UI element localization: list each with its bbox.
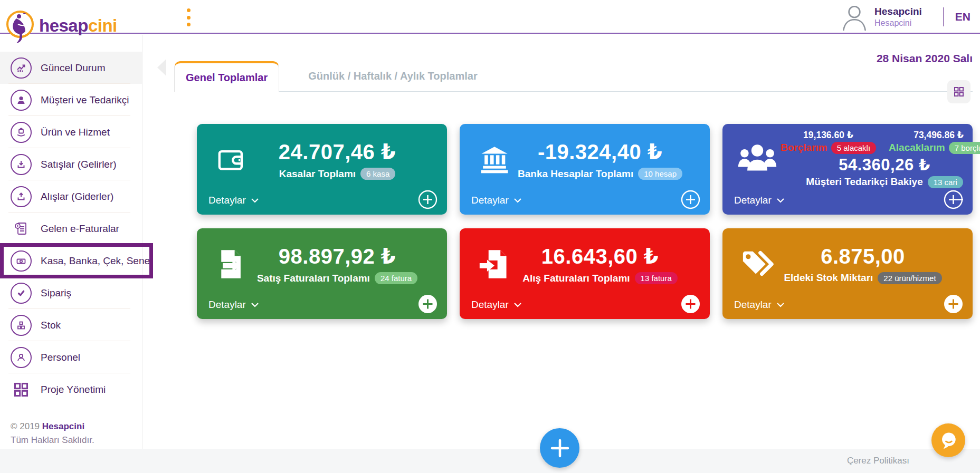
sidebar-item-label: Proje Yönetimi (41, 384, 106, 395)
sidebar-item-label: Güncel Durum (41, 62, 106, 74)
user-area[interactable]: Hesapcini Hesapcini EN (841, 0, 971, 34)
card-kasalar-toplami: 24.707,46 ₺ Kasalar Toplamı 6 kasa Detay… (197, 124, 447, 215)
e-invoice-icon (11, 218, 32, 239)
chevron-down-icon (514, 198, 521, 203)
customer-icon (11, 90, 32, 111)
order-check-icon (11, 283, 32, 304)
card-satis-faturalari-toplami: 98.897,92 ₺ Satış Faturaları Toplamı 24 … (197, 228, 447, 319)
grid-view-button[interactable] (947, 80, 971, 103)
sidebar-item-personel[interactable]: Personel (0, 341, 142, 373)
sidebar-item-siparis[interactable]: Sipariş (0, 277, 142, 309)
people-icon (734, 142, 781, 175)
product-hand-icon (11, 122, 32, 143)
sidebar-item-label: Alışlar (Giderler) (41, 191, 113, 202)
chevron-down-icon (777, 303, 784, 307)
card-count-badge: 10 hesap (638, 168, 682, 180)
sidebar-item-label: Kasa, Banka, Çek, Senet (41, 255, 153, 267)
debts-value: 19,136.60 ₺ (803, 130, 853, 141)
genie-logo-icon (5, 9, 35, 50)
tags-icon (734, 248, 781, 280)
sidebar-item-stok[interactable]: Stok (0, 309, 142, 341)
sidebar: Güncel Durum Müşteri ve Tedarikçi (0, 35, 142, 473)
kebab-menu-icon[interactable] (183, 8, 194, 26)
card-label: Eldeki Stok Miktarı (784, 272, 873, 284)
sidebar-item-musteri-tedarikci[interactable]: Müşteri ve Tedarikçi (0, 84, 142, 116)
card-alis-faturalari-toplami: 16.643,60 ₺ Alış Faturaları Toplamı 13 f… (460, 228, 710, 319)
wallet-icon (208, 144, 255, 175)
card-value: 16.643,60 ₺ (518, 244, 682, 268)
add-button[interactable] (681, 190, 700, 209)
grid-icon (953, 86, 965, 98)
sidebar-item-label: Müşteri ve Tedarikçi (41, 94, 129, 106)
app-logo[interactable]: hesapcini (5, 2, 117, 50)
chevron-down-icon (251, 198, 259, 203)
fab-add-button[interactable] (540, 428, 579, 468)
details-button[interactable]: Detaylar (734, 299, 784, 311)
card-eldeki-stok-miktari: 6.875,00 Eldeki Stok Miktarı 22 ürün/hiz… (722, 228, 973, 319)
card-value: 24.707,46 ₺ (255, 140, 420, 164)
add-button[interactable] (681, 294, 700, 314)
tab-bar: Genel Toplamlar Günlük / Haftalık / Aylı… (174, 61, 973, 92)
card-count-badge: 22 ürün/hizmet (878, 272, 941, 284)
cash-icon (11, 250, 32, 272)
card-value: -19.324,40 ₺ (518, 140, 682, 164)
brand-name: Hesapcini (42, 421, 84, 431)
debts-badge: 5 alacaklı (831, 142, 876, 154)
chevron-down-icon (251, 303, 259, 307)
purchases-upload-icon (11, 186, 32, 207)
chevron-down-icon (514, 303, 521, 307)
card-count-badge: 13 fatura (635, 272, 678, 284)
sidebar-item-alislar[interactable]: Alışlar (Giderler) (0, 180, 142, 213)
card-label: Müşteri Tedarikçi Bakiye (806, 176, 922, 188)
copyright-line: © 2019 Hesapcini (11, 420, 94, 433)
card-label: Kasalar Toplamı (279, 168, 356, 180)
user-avatar-icon (841, 3, 868, 31)
page-date: 28 Nisan 2020 Salı (877, 52, 973, 65)
add-button[interactable] (418, 190, 437, 209)
logo-text: hesapcini (39, 16, 117, 36)
personnel-icon (11, 347, 32, 368)
card-label: Alış Faturaları Toplamı (522, 273, 630, 284)
sidebar-item-gelen-efaturalar[interactable]: Gelen e-Faturalar (0, 213, 142, 245)
details-button[interactable]: Detaylar (471, 299, 521, 311)
sales-download-icon (11, 154, 32, 175)
sidebar-item-label: Ürün ve Hizmet (41, 127, 110, 138)
chat-icon (937, 429, 959, 451)
credits-label: Alacaklarım (889, 142, 945, 153)
details-button[interactable]: Detaylar (734, 195, 784, 206)
cookie-policy-link[interactable]: Çerez Politikası (847, 456, 909, 466)
chevron-down-icon (777, 198, 784, 203)
sidebar-item-label: Stok (41, 320, 61, 331)
sidebar-item-label: Sipariş (41, 287, 71, 299)
card-count-badge: 13 cari (928, 176, 963, 188)
invoice-out-icon (208, 248, 255, 281)
sidebar-collapse-icon[interactable] (157, 59, 166, 76)
trend-chart-icon (11, 57, 32, 79)
footer-strip (0, 449, 980, 473)
add-button[interactable] (418, 294, 437, 314)
invoice-in-icon (471, 248, 518, 281)
tab-gunluk-haftalik-aylik[interactable]: Günlük / Haftalık / Aylık Toplamlar (297, 61, 488, 91)
sidebar-item-kasa-banka-cek-senet[interactable]: Kasa, Banka, Çek, Senet (0, 245, 142, 277)
sidebar-item-label: Gelen e-Faturalar (41, 223, 119, 235)
language-switch[interactable]: EN (955, 11, 971, 23)
sidebar-item-guncel-durum[interactable]: Güncel Durum (0, 52, 142, 84)
add-button[interactable] (944, 294, 963, 314)
tab-genel-toplamlar[interactable]: Genel Toplamlar (174, 61, 279, 92)
sidebar-item-proje-yonetimi[interactable]: Proje Yönetimi (0, 373, 142, 406)
sidebar-nav: Güncel Durum Müşteri ve Tedarikçi (0, 52, 142, 406)
sidebar-footer: © 2019 Hesapcini Tüm Hakları Saklıdır. (11, 420, 94, 447)
chat-button[interactable] (931, 423, 965, 457)
card-banka-hesaplar-toplami: -19.324,40 ₺ Banka Hesaplar Toplamı 10 h… (460, 124, 710, 215)
user-name: Hesapcini (874, 5, 922, 18)
header-divider (943, 7, 944, 26)
details-button[interactable]: Detaylar (471, 195, 521, 206)
card-value: 6.875,00 (781, 245, 945, 268)
sidebar-item-satislar[interactable]: Satışlar (Gelirler) (0, 148, 142, 180)
details-button[interactable]: Detaylar (208, 195, 259, 206)
details-button[interactable]: Detaylar (208, 299, 259, 311)
user-meta: Hesapcini Hesapcini (874, 5, 922, 28)
sidebar-item-urun-hizmet[interactable]: Ürün ve Hizmet (0, 116, 142, 148)
app-root: hesapcini Hesapcini Hesapcini EN (0, 0, 980, 473)
add-button[interactable] (944, 190, 963, 209)
